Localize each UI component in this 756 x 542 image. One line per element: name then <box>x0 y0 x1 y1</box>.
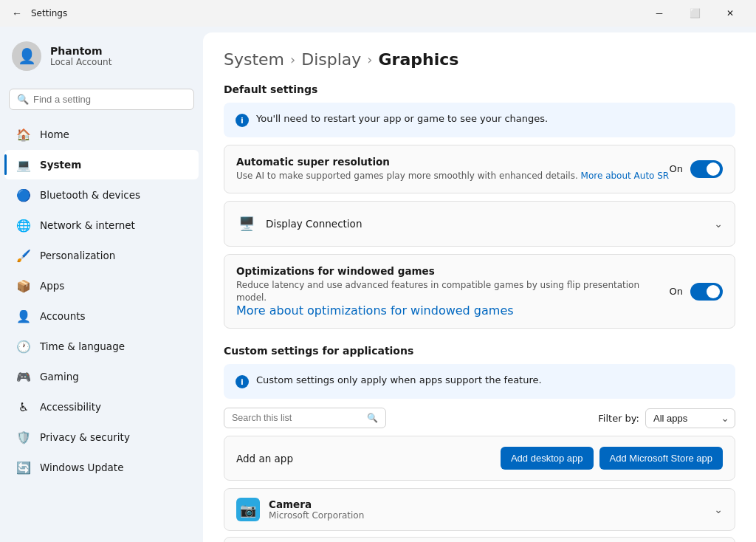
search-box[interactable]: 🔍 <box>9 89 194 110</box>
windowed-games-toggle-right: On <box>670 283 723 301</box>
sidebar-item-apps[interactable]: 📦 Apps <box>4 271 199 301</box>
display-connection-title: Display Connection <box>266 218 362 230</box>
user-account-type: Local Account <box>50 57 111 67</box>
chevron-down-icon: ⌄ <box>714 218 723 230</box>
sidebar-item-windows-update[interactable]: 🔄 Windows Update <box>4 453 199 482</box>
sidebar-item-label-home: Home <box>40 128 69 140</box>
title-bar: ← Settings ─ ⬜ ✕ <box>0 0 756 27</box>
auto-sr-link[interactable]: More about Auto SR <box>581 171 670 181</box>
sidebar-item-time-language[interactable]: 🕐 Time & language <box>4 332 199 361</box>
search-icon: 🔍 <box>17 94 29 105</box>
auto-sr-card: Automatic super resolution Use AI to mak… <box>224 145 735 193</box>
windowed-games-card: Optimizations for windowed games Reduce … <box>224 254 735 329</box>
filter-select-wrap: All apps Desktop apps Store apps <box>645 408 735 428</box>
windowed-games-desc: Reduce latency and use advanced features… <box>236 279 670 304</box>
sidebar-item-home[interactable]: 🏠 Home <box>4 120 199 149</box>
main-content: System›Display›Graphics Default settings… <box>203 32 756 542</box>
sidebar-item-label-accounts: Accounts <box>40 310 86 322</box>
accounts-icon: 👤 <box>16 309 31 323</box>
info-card-text: You'll need to restart your app or game … <box>256 113 548 124</box>
bluetooth-icon: 🔵 <box>16 188 31 202</box>
accessibility-icon: ♿ <box>16 399 31 414</box>
breadcrumb: System›Display›Graphics <box>224 50 735 69</box>
gaming-icon: 🎮 <box>16 369 31 384</box>
app-search-input[interactable] <box>232 413 362 423</box>
info-card: i You'll need to restart your app or gam… <box>224 103 735 137</box>
sidebar-item-label-time-language: Time & language <box>40 340 125 352</box>
user-name: Phantom <box>50 45 111 57</box>
default-settings-title: Default settings <box>224 83 735 95</box>
title-bar-controls: ─ ⬜ ✕ <box>642 1 747 25</box>
sidebar-item-privacy-security[interactable]: 🛡️ Privacy & security <box>4 422 199 452</box>
title-bar-left: ← Settings <box>9 6 67 21</box>
sidebar-item-accounts[interactable]: 👤 Accounts <box>4 301 199 331</box>
windows-update-icon: 🔄 <box>16 460 31 475</box>
sidebar-item-label-windows-update: Windows Update <box>40 462 123 473</box>
sidebar-item-network[interactable]: 🌐 Network & internet <box>4 210 199 240</box>
maximize-button[interactable]: ⬜ <box>678 1 712 25</box>
auto-sr-toggle[interactable] <box>690 160 723 178</box>
sidebar-item-system[interactable]: 💻 System <box>4 150 199 179</box>
auto-sr-toggle-label: On <box>670 163 683 174</box>
search-input[interactable] <box>33 94 186 105</box>
filter-select[interactable]: All apps Desktop apps Store apps <box>645 408 735 428</box>
app-row[interactable]: 📷 Camera Microsoft Corporation ⌄ <box>224 488 735 531</box>
display-connection-row[interactable]: 🖥️ Display Connection ⌄ <box>224 202 735 246</box>
sidebar-item-label-personalization: Personalization <box>40 250 115 261</box>
breadcrumb-separator: › <box>290 52 295 67</box>
breadcrumb-separator: › <box>367 52 372 67</box>
app-search-box[interactable]: 🔍 <box>224 408 386 428</box>
sidebar-item-bluetooth[interactable]: 🔵 Bluetooth & devices <box>4 180 199 210</box>
sidebar-item-gaming[interactable]: 🎮 Gaming <box>4 362 199 391</box>
breadcrumb-item-0[interactable]: System <box>224 50 284 69</box>
back-button[interactable]: ← <box>9 6 25 21</box>
filter-label: Filter by: <box>598 413 639 424</box>
custom-settings-section: Custom settings for applications i Custo… <box>224 345 735 542</box>
user-info[interactable]: 👤 Phantom Local Account <box>0 32 203 80</box>
nav-list: 🏠 Home 💻 System 🔵 Bluetooth & devices 🌐 … <box>0 119 203 483</box>
sidebar-item-label-apps: Apps <box>40 280 64 292</box>
close-button[interactable]: ✕ <box>713 1 747 25</box>
breadcrumb-item-2: Graphics <box>379 50 459 69</box>
windowed-games-content: Optimizations for windowed games Reduce … <box>236 265 670 318</box>
display-connection-card[interactable]: 🖥️ Display Connection ⌄ <box>224 201 735 247</box>
personalization-icon: 🖌️ <box>16 248 31 263</box>
windowed-games-toggle[interactable] <box>690 283 723 301</box>
filter-row: Filter by: All apps Desktop apps Store a… <box>598 408 735 428</box>
sidebar-item-label-privacy-security: Privacy & security <box>40 431 130 443</box>
title-bar-title: Settings <box>31 8 67 18</box>
user-details: Phantom Local Account <box>50 45 111 67</box>
sidebar-item-label-bluetooth: Bluetooth & devices <box>40 189 140 201</box>
avatar: 👤 <box>12 41 41 71</box>
sidebar-item-accessibility[interactable]: ♿ Accessibility <box>4 392 199 422</box>
network-icon: 🌐 <box>16 218 31 233</box>
sidebar-item-personalization[interactable]: 🖌️ Personalization <box>4 241 199 270</box>
sidebar-item-label-system: System <box>40 159 81 171</box>
app-company-0: Microsoft Corporation <box>269 510 364 521</box>
custom-settings-title: Custom settings for applications <box>224 345 735 357</box>
add-store-app-button[interactable]: Add Microsoft Store app <box>599 447 723 470</box>
minimize-button[interactable]: ─ <box>642 1 676 25</box>
add-app-label: Add an app <box>236 453 293 464</box>
add-app-row: Add an app Add desktop app Add Microsoft… <box>224 436 735 481</box>
monitor-icon: 🖥️ <box>236 213 257 234</box>
sidebar-item-label-accessibility: Accessibility <box>40 401 101 413</box>
time-language-icon: 🕐 <box>16 339 31 354</box>
app-list: 📷 Camera Microsoft Corporation ⌄ 🏪 Micro… <box>224 488 735 542</box>
app-name-0: Camera <box>269 498 364 510</box>
app-row-chevron-0: ⌄ <box>714 504 723 515</box>
add-app-buttons: Add desktop app Add Microsoft Store app <box>501 447 723 470</box>
add-desktop-app-button[interactable]: Add desktop app <box>501 447 594 470</box>
auto-sr-toggle-row: Automatic super resolution Use AI to mak… <box>224 145 735 193</box>
sidebar: 👤 Phantom Local Account 🔍 🏠 Home 💻 Syste… <box>0 27 203 542</box>
windowed-games-link[interactable]: More about optimizations for windowed ga… <box>236 303 514 318</box>
display-connection-left: 🖥️ Display Connection <box>236 213 362 234</box>
auto-sr-title: Automatic super resolution <box>236 156 670 168</box>
auto-sr-toggle-right: On <box>670 160 723 178</box>
sidebar-item-label-gaming: Gaming <box>40 371 79 383</box>
app-list-controls: 🔍 Filter by: All apps Desktop apps Store… <box>224 408 735 428</box>
custom-info-icon: i <box>236 375 249 388</box>
app-row[interactable]: 🏪 Microsoft Store Microsoft Corporation … <box>224 537 735 542</box>
breadcrumb-item-1[interactable]: Display <box>301 50 361 69</box>
app-info-0: Camera Microsoft Corporation <box>269 498 364 521</box>
